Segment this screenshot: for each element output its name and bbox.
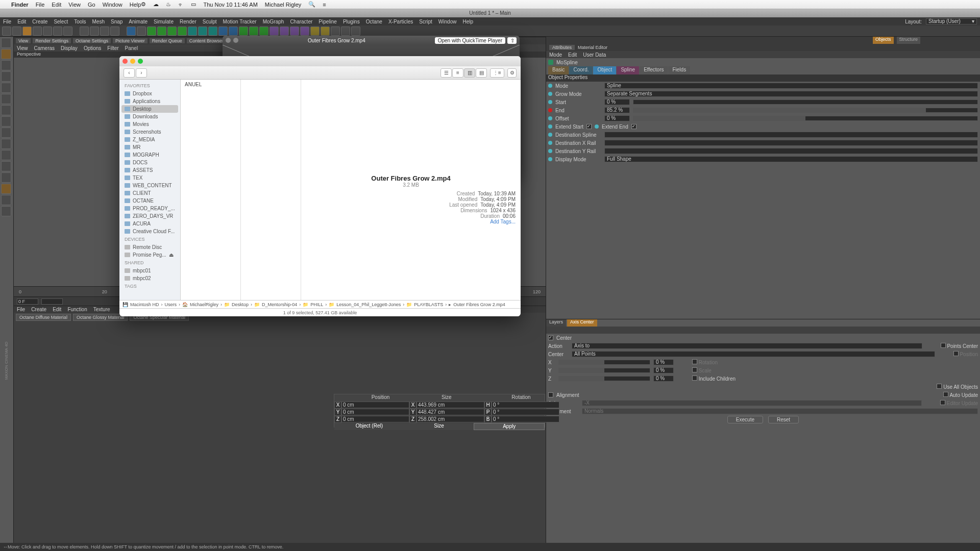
tool-button[interactable] (1, 139, 11, 149)
vp-menu-item[interactable]: Panel (125, 45, 138, 51)
sidebar-item[interactable]: Z_MEDIA (119, 136, 180, 143)
menu-edit[interactable]: Edit (52, 2, 61, 8)
c4d-menu-item[interactable]: Help (462, 19, 473, 24)
pos-y[interactable] (341, 409, 409, 415)
tool-button[interactable] (208, 27, 217, 36)
sidebar-item[interactable]: TEX (119, 174, 180, 182)
z-slider[interactable] (558, 376, 650, 381)
x-slider[interactable] (558, 360, 650, 365)
vp-menu-item[interactable]: Filter (107, 45, 118, 51)
tab-render-queue[interactable]: Render Queue (150, 38, 185, 43)
mat-menu-item[interactable]: Function (67, 307, 87, 312)
tool-button[interactable] (1, 184, 11, 194)
tool-button[interactable] (331, 27, 340, 36)
tab-effectors[interactable]: Effectors (640, 66, 668, 74)
tab-render-settings[interactable]: Render Settings (33, 38, 71, 43)
sort-button[interactable]: ⋮≡ (490, 68, 504, 78)
sidebar-item[interactable]: MR (119, 143, 180, 151)
attr-menu-item[interactable]: Edit (568, 52, 577, 58)
c4d-menu-item[interactable]: Simulate (154, 19, 174, 24)
tool-button[interactable] (321, 27, 330, 36)
tool-button[interactable] (239, 27, 248, 36)
tool-button[interactable] (53, 27, 62, 36)
c4d-menu-item[interactable]: Snap (111, 19, 122, 24)
finder-window[interactable]: ‹› ☰ ≡ ▥ ▤ ⋮≡ ⚙ Favorites Dropbox Applic… (119, 56, 521, 316)
dest-xrail-field[interactable] (604, 140, 978, 146)
sidebar-item[interactable]: DOCS (119, 159, 180, 166)
sidebar-item[interactable]: mbpc02 (119, 274, 180, 282)
tab-object[interactable]: Object (593, 66, 616, 74)
tool-button[interactable] (157, 27, 166, 36)
mat-menu-item[interactable]: Edit (53, 307, 61, 312)
anim-dot-icon[interactable] (548, 133, 552, 137)
sidebar-item[interactable]: MOGRAPH (119, 151, 180, 159)
anim-dot-icon[interactable] (548, 92, 552, 96)
vp-menu-item[interactable]: View (17, 45, 28, 51)
position-checkbox[interactable] (953, 351, 959, 356)
tool-button[interactable] (1, 195, 11, 205)
include-children-checkbox[interactable] (692, 375, 697, 381)
anim-dot-icon[interactable] (548, 141, 552, 145)
search-icon[interactable]: 🔍 (308, 1, 315, 8)
anim-dot-icon[interactable] (548, 149, 552, 153)
c4d-menu-item[interactable]: Plugins (343, 19, 360, 24)
finder-column[interactable]: ANUEL (181, 80, 241, 300)
mat-menu-item[interactable]: Create (31, 307, 46, 312)
status-icon[interactable]: ⚙ (141, 1, 146, 8)
editor-update-checkbox[interactable] (940, 400, 945, 405)
use-all-objects-checkbox[interactable] (937, 384, 942, 389)
rotation-checkbox[interactable] (692, 359, 697, 364)
end-slider[interactable] (633, 108, 978, 113)
tool-button[interactable] (137, 27, 146, 36)
anim-dot-icon[interactable] (548, 108, 552, 112)
tab-basic[interactable]: Basic (548, 66, 569, 74)
auto-update-checkbox[interactable] (943, 392, 948, 397)
vp-menu-item[interactable]: Display (61, 45, 78, 51)
c4d-menu-item[interactable]: X-Particles (388, 19, 413, 24)
maximize-icon[interactable] (233, 38, 238, 43)
vp-menu-item[interactable]: Cameras (34, 45, 55, 51)
tab-spline[interactable]: Spline (617, 66, 639, 74)
menu-window[interactable]: Window (103, 2, 122, 8)
close-icon[interactable] (122, 59, 128, 64)
mat-menu-item[interactable]: File (17, 307, 25, 312)
z-value[interactable]: 0 % (653, 375, 674, 382)
frame-input[interactable] (17, 298, 38, 305)
tool-button[interactable] (1, 60, 11, 70)
anim-dot-icon[interactable] (548, 157, 552, 161)
wifi-icon[interactable]: ᯤ (178, 2, 184, 8)
add-tags-link[interactable]: Add Tags... (490, 219, 516, 224)
app-name[interactable]: Finder (11, 2, 29, 8)
tool-button[interactable] (188, 27, 197, 36)
tool-button[interactable] (90, 27, 99, 36)
c4d-menu-item[interactable]: File (3, 19, 11, 24)
tab-layers[interactable]: Layers (546, 319, 566, 327)
dest-spline-field[interactable] (604, 132, 978, 138)
sidebar-item[interactable]: Screenshots (119, 128, 180, 136)
tab-octane-settings[interactable]: Octane Settings (73, 38, 111, 43)
sidebar-item[interactable]: PROD_READY_... (119, 205, 180, 212)
sidebar-item[interactable]: Applications (119, 97, 180, 105)
dest-yrail-field[interactable] (604, 148, 978, 154)
tool-button[interactable] (1, 38, 11, 48)
tool-button[interactable] (1, 150, 11, 160)
mat-menu-item[interactable]: Texture (93, 307, 110, 312)
view-column-button[interactable]: ▥ (464, 68, 475, 78)
anim-dot-icon[interactable] (548, 116, 552, 120)
view-list-button[interactable]: ≡ (452, 68, 463, 78)
tab-coord[interactable]: Coord. (569, 66, 593, 74)
c4d-menu-item[interactable]: MoGraph (263, 19, 284, 24)
menu-help[interactable]: Help (130, 2, 141, 8)
sidebar-item[interactable]: CLIENT (119, 189, 180, 197)
c4d-menu-item[interactable]: Pipeline (318, 19, 337, 24)
tool-button[interactable] (110, 27, 119, 36)
rot-h[interactable] (492, 402, 559, 408)
tool-button[interactable] (2, 27, 11, 36)
c4d-menu-item[interactable]: Create (32, 19, 47, 24)
tool-button[interactable] (1, 49, 11, 59)
sidebar-item[interactable]: Creative Cloud F... (119, 228, 180, 235)
grow-mode-select[interactable]: Separate Segments (604, 91, 978, 97)
sidebar-item[interactable]: Promise Peg...⏏ (119, 251, 180, 259)
tool-button[interactable] (80, 27, 89, 36)
action-select[interactable]: Axis to (572, 343, 922, 349)
